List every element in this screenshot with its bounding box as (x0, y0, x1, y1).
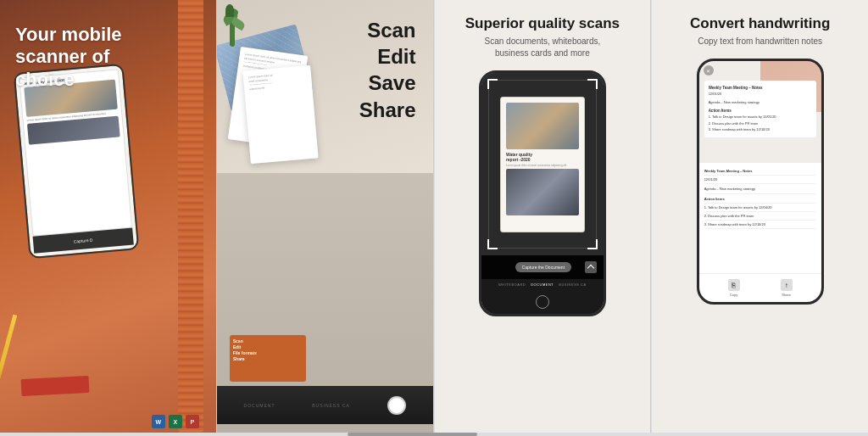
phone-container-panel3: Water qualityreport -2020 Lorem ipsum do… (435, 70, 651, 316)
phone-mockup-panel4: ✕ Weekly Team Meeting – Notes 12/01/20 A… (697, 59, 824, 305)
hw-action-header: Action Items (709, 108, 812, 114)
panel-4-header: Convert handwriting Copy text from handw… (652, 0, 868, 54)
phone-container-panel4: ✕ Weekly Team Meeting – Notes 12/01/20 A… (652, 59, 868, 305)
panel-1: Your mobile scanner of choice Water qual… (0, 0, 216, 433)
hw-title-line: Weekly Team Meeting – Notes (709, 85, 812, 91)
mode-bar: WHITEBOARD DOCUMENT BUSINESS CA (481, 279, 604, 290)
converted-date: 12/01/20 (704, 176, 816, 184)
phone-mockup-panel1: Water quality report -2020 Lorem ipsum d… (14, 64, 140, 259)
panel-3: Superior quality scans Scan documents, w… (434, 0, 651, 433)
mode-whiteboard[interactable]: WHITEBOARD (498, 282, 526, 287)
panel-3-subtitle: Scan documents, whiteboards,business car… (448, 36, 638, 59)
paper-2: Lorem ipsum dolor sitamet consectetur───… (242, 65, 318, 165)
capture-document-btn[interactable]: Capture the Document (515, 262, 571, 272)
up-chevron-icon (585, 261, 597, 273)
panel-4: Convert handwriting Copy text from handw… (651, 0, 868, 433)
scan-image-bottom (506, 169, 579, 215)
scan-doc-content: Water qualityreport -2020 Lorem ipsum do… (506, 103, 579, 226)
handwriting-area: ✕ Weekly Team Meeting – Notes 12/01/20 A… (699, 61, 821, 163)
corner-tl (487, 79, 498, 89)
converted-text-area: Weekly Team Meeting – Notes 12/01/20 Age… (699, 163, 821, 273)
scanned-document: Water qualityreport -2020 Lorem ipsum do… (500, 97, 585, 232)
corner-br (587, 239, 598, 249)
scan-image-top (506, 103, 579, 149)
converted-title: Weekly Team Meeting – Notes (704, 168, 816, 176)
share-icon: ↑ (781, 279, 793, 291)
share-action[interactable]: ↑ Share (781, 279, 793, 297)
handwritten-note: Weekly Team Meeting – Notes 12/01/20 Age… (704, 81, 816, 137)
close-button[interactable]: ✕ (704, 65, 714, 75)
scan-doc-title: Water qualityreport -2020 (506, 152, 579, 162)
panel-2: Scan Edit Save Share ───────────── │ ┌──… (217, 0, 433, 433)
office-icons: W X P (152, 415, 199, 428)
capture-bar: Capture the Document (481, 255, 604, 279)
scrollbar-thumb (348, 433, 478, 436)
scrollbar[interactable] (0, 433, 868, 436)
scanner-label-business: BUSINESS CA (312, 403, 350, 408)
hw-action-1: 1. Talk to Design team for assets by 12/… (709, 115, 812, 120)
phone-screen-panel3: Water qualityreport -2020 Lorem ipsum do… (481, 73, 604, 314)
panel-3-title: Superior quality scans (448, 15, 638, 32)
powerpoint-icon: P (186, 415, 199, 428)
word-icon: W (152, 415, 165, 428)
copy-icon: ⎘ (728, 279, 740, 291)
action-bar: ⎘ Copy ↑ Share (699, 273, 821, 302)
mode-document[interactable]: DOCUMENT (531, 282, 554, 287)
document-preview: Water quality report -2020 Lorem ipsum d… (19, 69, 132, 237)
panel-3-header: Superior quality scans Scan documents, w… (435, 0, 651, 66)
hw-action-items-section: Action Items 1. Talk to Design team for … (709, 108, 812, 132)
excel-icon: X (169, 415, 182, 428)
corner-tr (587, 79, 598, 89)
action-words: Scan Edit Save Share (359, 17, 416, 123)
converted-agenda: Agenda – New marketing strategy (704, 186, 816, 193)
corner-bl (487, 239, 498, 249)
panel-1-title: Your mobile scanner of choice (15, 24, 122, 91)
converted-action-3: 3. Share roadmap with team by 12/10/20 (704, 221, 816, 229)
phone-mockup-panel3: Water qualityreport -2020 Lorem ipsum do… (479, 70, 606, 316)
phone-screen-panel4: ✕ Weekly Team Meeting – Notes 12/01/20 A… (699, 61, 821, 302)
hw-action-3: 3. Share roadmap with team by 12/10/20 (709, 127, 812, 132)
converted-action-header: Action Items (704, 196, 816, 204)
hw-action-2: 2. Discuss plan with the PR team (709, 121, 812, 126)
converted-action-1: 1. Talk to Design team for assets by 12/… (704, 204, 816, 212)
hw-date-line: 12/01/20 (709, 92, 812, 97)
scanner-device: DOCUMENT BUSINESS CA (217, 386, 433, 424)
scanner-label-doc: DOCUMENT (244, 403, 275, 408)
panel-4-title: Convert handwriting (665, 15, 855, 32)
share-label: Share (782, 293, 791, 297)
copy-label: Copy (730, 293, 737, 297)
mode-business[interactable]: BUSINESS CA (559, 282, 586, 287)
copy-action[interactable]: ⎘ Copy (728, 279, 740, 297)
scanner-shutter (387, 396, 406, 415)
red-book (21, 376, 90, 396)
edit-big-text: Edit (255, 338, 300, 365)
main-content: Your mobile scanner of choice Water qual… (0, 0, 868, 433)
scan-viewport: Water qualityreport -2020 Lorem ipsum do… (481, 73, 604, 255)
hw-agenda-line: Agenda – New marketing strategy (709, 100, 812, 105)
gallery-icon (488, 260, 502, 274)
plant-decoration (221, 4, 247, 47)
shutter-button[interactable] (536, 295, 549, 309)
converted-action-2: 2. Discuss plan with the PR team (704, 213, 816, 221)
phone-screen-panel1: Water quality report -2020 Lorem ipsum d… (15, 65, 137, 257)
camera-area (481, 290, 604, 314)
panel-4-subtitle: Copy text from handwritten notes (665, 36, 855, 48)
